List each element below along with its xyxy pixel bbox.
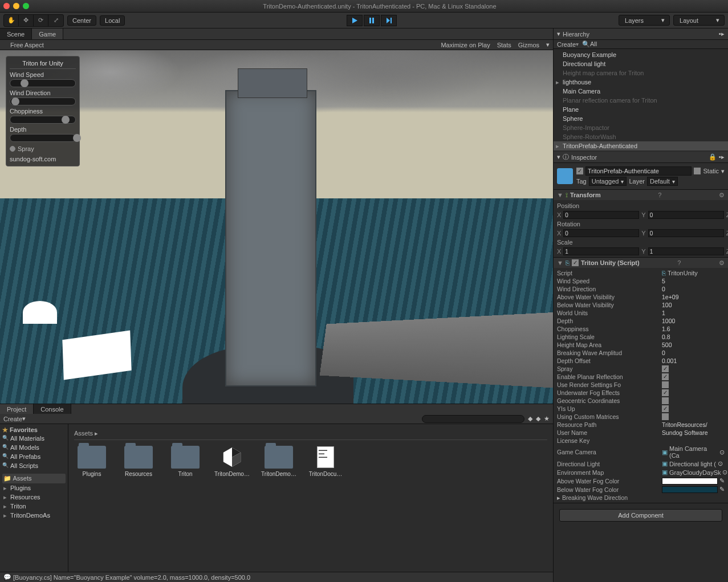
project-asset-item[interactable]: Plugins xyxy=(74,446,109,477)
property-value[interactable]: 0 xyxy=(662,286,725,292)
pause-button[interactable] xyxy=(364,15,380,26)
component-enabled-checkbox[interactable] xyxy=(572,259,579,266)
layer-dropdown[interactable]: Default ▾ xyxy=(647,177,678,186)
help-icon[interactable]: ? xyxy=(677,259,681,266)
property-value[interactable] xyxy=(662,413,725,420)
hierarchy-item[interactable]: TritonPrefab-Authenticated xyxy=(554,141,728,150)
minimize-icon[interactable] xyxy=(13,3,19,9)
hierarchy-item[interactable]: Plane xyxy=(554,105,728,114)
hierarchy-item[interactable]: Sphere-RotorWash xyxy=(554,132,728,141)
stats-toggle[interactable]: Stats xyxy=(497,42,511,48)
tree-triton[interactable]: Triton xyxy=(2,502,66,511)
rot-y-input[interactable] xyxy=(648,229,724,237)
hierarchy-item[interactable]: lighthouse xyxy=(554,78,728,87)
object-picker-icon[interactable]: ⊙ xyxy=(718,460,723,467)
project-asset-item[interactable]: TritonDemo… xyxy=(214,446,250,477)
filter-icon[interactable]: ◆ xyxy=(536,415,540,422)
rotate-tool-icon[interactable]: ⟳ xyxy=(34,15,48,26)
property-value[interactable]: Sundog Software xyxy=(662,429,725,436)
property-value[interactable]: 1.6 xyxy=(662,325,725,332)
checkbox[interactable] xyxy=(662,389,669,396)
star-icon[interactable]: ★ xyxy=(544,415,550,422)
project-create-dropdown[interactable]: Create xyxy=(3,416,22,422)
property-value[interactable] xyxy=(662,389,725,396)
hierarchy-item[interactable]: Main Camera xyxy=(554,87,728,96)
pivot-local-toggle[interactable]: Local xyxy=(100,15,125,26)
favorites-header[interactable]: ★ Favorites xyxy=(2,426,66,434)
eyedropper-icon[interactable]: ✎ xyxy=(719,477,725,485)
project-breadcrumb[interactable]: Assets ▸ xyxy=(74,430,547,440)
hierarchy-item[interactable]: Height map camera for Triton xyxy=(554,68,728,78)
choppiness-slider[interactable] xyxy=(10,116,76,124)
pos-y-input[interactable] xyxy=(648,211,724,219)
hierarchy-item[interactable]: Buoyancy Example xyxy=(554,50,728,59)
scl-y-input[interactable] xyxy=(648,247,724,255)
property-value[interactable]: ▣GrayCloudyDaySk ⊙ xyxy=(662,469,725,476)
tree-resources[interactable]: Resources xyxy=(2,493,66,502)
step-button[interactable] xyxy=(381,15,397,26)
move-tool-icon[interactable]: ✥ xyxy=(19,15,34,26)
checkbox[interactable] xyxy=(662,405,669,412)
property-value[interactable]: 0.001 xyxy=(662,357,725,364)
property-value[interactable]: ✎ xyxy=(662,486,725,493)
tab-scene[interactable]: Scene xyxy=(0,29,32,39)
tree-all-materials[interactable]: All Materials xyxy=(2,434,66,443)
search-icon[interactable]: 🔍All xyxy=(582,40,597,48)
project-search-input[interactable] xyxy=(422,415,524,423)
hand-tool-icon[interactable]: ✋ xyxy=(4,15,19,26)
property-value[interactable] xyxy=(662,373,725,380)
aspect-dropdown[interactable]: Free Aspect xyxy=(10,42,44,48)
gear-icon[interactable]: ⚙ xyxy=(719,192,725,199)
zoom-icon[interactable] xyxy=(23,3,29,9)
property-value[interactable]: 1e+09 xyxy=(662,294,725,300)
tree-all-models[interactable]: All Models xyxy=(2,443,66,452)
help-icon[interactable]: ? xyxy=(658,192,661,198)
add-component-button[interactable]: Add Component xyxy=(559,509,722,522)
tag-dropdown[interactable]: Untagged ▾ xyxy=(589,177,627,186)
property-value[interactable] xyxy=(662,365,725,372)
static-checkbox[interactable] xyxy=(694,168,701,174)
property-value[interactable]: TritonResources/ xyxy=(662,421,725,428)
play-button[interactable] xyxy=(347,15,363,26)
tree-all-prefabs[interactable]: All Prefabs xyxy=(2,452,66,461)
checkbox[interactable] xyxy=(662,397,669,404)
checkbox[interactable] xyxy=(662,413,669,420)
scl-x-input[interactable] xyxy=(563,247,639,255)
hierarchy-create-dropdown[interactable]: Create xyxy=(557,41,576,48)
tree-assets[interactable]: 📁 Assets xyxy=(2,474,66,483)
pivot-center-toggle[interactable]: Center xyxy=(67,15,96,26)
project-asset-item[interactable]: Triton xyxy=(168,446,203,477)
filter-icon[interactable]: ◆ xyxy=(528,415,532,422)
project-asset-item[interactable]: TritonDemo… xyxy=(261,446,296,477)
property-value[interactable]: 0 xyxy=(662,349,725,356)
project-asset-item[interactable]: ▬▬▬▬▬▬▬▬TritonDocu… xyxy=(308,446,343,477)
project-asset-item[interactable]: Resources xyxy=(121,446,156,477)
gameobject-name-input[interactable] xyxy=(585,166,692,176)
object-picker-icon[interactable]: ⊙ xyxy=(722,469,727,476)
property-value[interactable]: 0.8 xyxy=(662,333,725,340)
object-picker-icon[interactable]: ⊙ xyxy=(719,449,725,456)
checkbox[interactable] xyxy=(662,373,669,380)
property-value[interactable]: ▣Directional light ( ⊙ xyxy=(662,460,725,467)
hierarchy-item[interactable]: Directional light xyxy=(554,59,728,68)
spray-checkbox[interactable]: Spray xyxy=(10,145,76,152)
scale-tool-icon[interactable]: ⤢ xyxy=(48,15,63,26)
wind-speed-slider[interactable] xyxy=(10,79,76,87)
hierarchy-item[interactable]: Sphere-Impactor xyxy=(554,123,728,132)
layout-dropdown[interactable]: Layout▾ xyxy=(673,15,725,26)
depth-slider[interactable] xyxy=(10,134,76,142)
property-value[interactable] xyxy=(662,405,725,412)
gear-icon[interactable]: ⚙ xyxy=(719,259,725,267)
property-value[interactable]: 5 xyxy=(662,278,725,284)
tree-all-scripts[interactable]: All Scripts xyxy=(2,461,66,470)
hierarchy-item[interactable]: Sphere xyxy=(554,114,728,123)
tab-project[interactable]: Project xyxy=(0,404,34,414)
checkbox[interactable] xyxy=(662,365,669,372)
layers-dropdown[interactable]: Layers▾ xyxy=(619,15,670,26)
property-value[interactable]: ▣Main Camera (Ca ⊙ xyxy=(662,445,725,459)
tree-tritondemo[interactable]: TritonDemoAs xyxy=(2,511,66,520)
property-value[interactable]: ⎘ TritonUnity xyxy=(662,270,725,276)
rot-x-input[interactable] xyxy=(563,229,639,237)
wind-direction-slider[interactable] xyxy=(10,97,76,105)
pos-x-input[interactable] xyxy=(563,211,639,219)
